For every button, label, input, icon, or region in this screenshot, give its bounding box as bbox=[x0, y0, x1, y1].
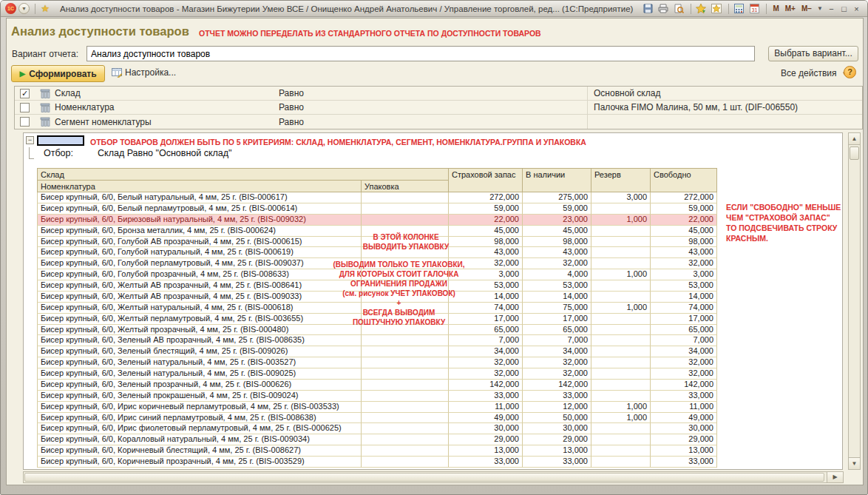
cell-reserve[interactable] bbox=[591, 203, 651, 215]
scroll-right-icon[interactable]: ▶ bbox=[827, 472, 843, 482]
filter-checkbox[interactable] bbox=[20, 103, 30, 112]
cell-reserve[interactable] bbox=[591, 247, 651, 258]
cell-in-stock[interactable]: 45,000 bbox=[523, 226, 591, 237]
col-header-warehouse[interactable]: Склад bbox=[37, 168, 449, 181]
filter-checkbox[interactable] bbox=[20, 117, 30, 127]
table-row[interactable]: Бисер крупный, 6/0, Ирис фиолетовый перл… bbox=[37, 423, 717, 434]
cell-safety-stock[interactable]: 142,000 bbox=[449, 380, 523, 391]
cell-free[interactable]: 32,000 bbox=[651, 357, 717, 368]
cell-packaging[interactable] bbox=[362, 413, 449, 424]
filter-condition[interactable]: Равно bbox=[273, 102, 587, 112]
table-row[interactable]: Бисер крупный, 6/0, Зеленый прозрачный, … bbox=[37, 380, 717, 391]
cell-in-stock[interactable]: 275,000 bbox=[523, 192, 591, 203]
filter-condition[interactable]: Равно bbox=[273, 88, 587, 98]
col-header-in-stock[interactable]: В наличии bbox=[522, 168, 591, 192]
minimize-button[interactable]: − bbox=[825, 4, 838, 13]
cell-reserve[interactable] bbox=[591, 380, 651, 391]
calculator-icon[interactable] bbox=[732, 3, 745, 15]
cell-in-stock[interactable]: 13,000 bbox=[523, 445, 591, 457]
add-favorite-icon[interactable] bbox=[694, 3, 708, 15]
horizontal-scrollbar[interactable]: ▶ bbox=[23, 471, 844, 483]
cell-nomenclature[interactable]: Бисер крупный, 6/0, Ирис фиолетовый перл… bbox=[37, 423, 362, 434]
filter-row[interactable]: Сегмент номенклатуры Равно bbox=[15, 115, 862, 129]
calendar-icon[interactable]: 31 bbox=[747, 3, 761, 15]
cell-safety-stock[interactable]: 30,000 bbox=[449, 423, 523, 434]
cell-free[interactable]: 74,000 bbox=[651, 303, 717, 314]
cell-free[interactable]: 142,000 bbox=[651, 380, 717, 391]
cell-safety-stock[interactable]: 13,000 bbox=[449, 445, 523, 457]
cell-packaging[interactable] bbox=[362, 335, 449, 346]
cell-safety-stock[interactable]: 7,000 bbox=[449, 335, 523, 346]
cell-reserve[interactable] bbox=[591, 292, 651, 303]
cell-reserve[interactable] bbox=[591, 280, 651, 292]
cell-free[interactable]: 30,000 bbox=[651, 423, 717, 434]
cell-safety-stock[interactable]: 272,000 bbox=[449, 192, 523, 203]
cell-free[interactable]: 49,000 bbox=[651, 413, 717, 424]
filter-value[interactable]: Основной склад bbox=[587, 87, 862, 100]
cell-safety-stock[interactable]: 33,000 bbox=[449, 391, 523, 402]
cell-nomenclature[interactable]: Бисер крупный, 6/0, Ирис синий перламутр… bbox=[37, 413, 362, 424]
cell-packaging[interactable] bbox=[362, 423, 449, 434]
cell-reserve[interactable] bbox=[591, 391, 651, 402]
cell-nomenclature[interactable]: Бисер крупный, 6/0, Белый натуральный, 4… bbox=[37, 192, 362, 203]
cell-nomenclature[interactable]: Бисер крупный, 6/0, Зеленый блестящий, 4… bbox=[37, 346, 362, 357]
cell-in-stock[interactable]: 4,000 bbox=[523, 269, 591, 280]
cell-safety-stock[interactable]: 29,000 bbox=[449, 434, 523, 445]
table-row[interactable]: Бисер крупный, 6/0, Коричневый блестящий… bbox=[37, 445, 717, 457]
cell-packaging[interactable] bbox=[362, 434, 449, 445]
cell-nomenclature[interactable]: Бисер крупный, 6/0, Коралловый натуральн… bbox=[37, 434, 362, 445]
cell-in-stock[interactable]: 142,000 bbox=[523, 380, 591, 391]
cell-reserve[interactable] bbox=[591, 434, 651, 445]
cell-in-stock[interactable]: 14,000 bbox=[523, 292, 591, 303]
settings-button[interactable]: Настройка... bbox=[112, 67, 176, 78]
table-row[interactable]: Бисер крупный, 6/0, Ирис коричневый перл… bbox=[37, 402, 717, 413]
cell-nomenclature[interactable]: Бисер крупный, 6/0, Зеленый прозрачный, … bbox=[37, 380, 362, 391]
cell-packaging[interactable] bbox=[362, 457, 449, 468]
cell-in-stock[interactable]: 34,000 bbox=[523, 346, 591, 357]
cell-reserve[interactable]: 1,000 bbox=[591, 413, 651, 424]
cell-free[interactable]: 98,000 bbox=[651, 237, 717, 248]
cell-in-stock[interactable]: 17,000 bbox=[523, 314, 591, 325]
table-row[interactable]: Бисер крупный, 6/0, Коралловый натуральн… bbox=[37, 434, 717, 445]
cell-in-stock[interactable]: 32,000 bbox=[523, 368, 591, 380]
cell-nomenclature[interactable]: Бисер крупный, 6/0, Зеленый АВ прозрачны… bbox=[37, 335, 362, 346]
horizontal-scroll-thumb[interactable] bbox=[24, 473, 824, 482]
cell-in-stock[interactable]: 33,000 bbox=[523, 457, 591, 468]
cell-in-stock[interactable]: 33,000 bbox=[523, 391, 591, 402]
cell-free[interactable]: 11,000 bbox=[651, 402, 717, 413]
print-icon[interactable] bbox=[657, 3, 670, 15]
cell-safety-stock[interactable]: 22,000 bbox=[449, 215, 523, 226]
cell-free[interactable]: 33,000 bbox=[651, 391, 717, 402]
cell-packaging[interactable] bbox=[362, 203, 449, 215]
cell-safety-stock[interactable]: 32,000 bbox=[449, 357, 523, 368]
cell-in-stock[interactable]: 98,000 bbox=[523, 237, 591, 248]
cell-reserve[interactable] bbox=[591, 445, 651, 457]
cell-nomenclature[interactable]: Бисер крупный, 6/0, Белый перламутровый,… bbox=[37, 203, 362, 215]
cell-free[interactable]: 45,000 bbox=[651, 226, 717, 237]
cell-packaging[interactable] bbox=[362, 357, 449, 368]
cell-in-stock[interactable]: 53,000 bbox=[523, 280, 591, 292]
cell-reserve[interactable] bbox=[591, 237, 651, 248]
cell-reserve[interactable] bbox=[591, 314, 651, 325]
cell-free[interactable]: 14,000 bbox=[651, 292, 717, 303]
filter-value[interactable] bbox=[587, 115, 862, 129]
table-row[interactable]: Бисер крупный, 6/0, Зеленый прокрашеный,… bbox=[37, 391, 717, 402]
cell-in-stock[interactable]: 23,000 bbox=[523, 215, 591, 226]
cell-safety-stock[interactable]: 11,000 bbox=[449, 402, 523, 413]
col-header-nomenclature[interactable]: Номенклатура bbox=[37, 180, 362, 192]
cell-free[interactable]: 32,000 bbox=[651, 258, 717, 269]
table-row[interactable]: Бисер крупный, 6/0, Зеленый натуральный,… bbox=[37, 357, 717, 368]
selected-cell[interactable] bbox=[37, 135, 84, 146]
filter-condition[interactable]: Равно bbox=[273, 117, 587, 127]
col-header-safety-stock[interactable]: Страховой запас bbox=[448, 168, 523, 192]
cell-nomenclature[interactable]: Бисер крупный, 6/0, Бирюзовый натуральны… bbox=[37, 215, 362, 226]
cell-free[interactable]: 29,000 bbox=[651, 434, 717, 445]
filter-checkbox[interactable]: ✓ bbox=[20, 89, 30, 98]
cell-in-stock[interactable]: 32,000 bbox=[523, 258, 591, 269]
vertical-scroll-thumb[interactable] bbox=[850, 147, 859, 160]
cell-in-stock[interactable]: 7,000 bbox=[523, 335, 591, 346]
cell-reserve[interactable] bbox=[591, 346, 651, 357]
table-row[interactable]: Бисер крупный, 6/0, Бирюзовый натуральны… bbox=[37, 215, 717, 226]
cell-free[interactable]: 33,000 bbox=[651, 457, 717, 468]
memory-m-button[interactable]: M bbox=[770, 4, 781, 13]
